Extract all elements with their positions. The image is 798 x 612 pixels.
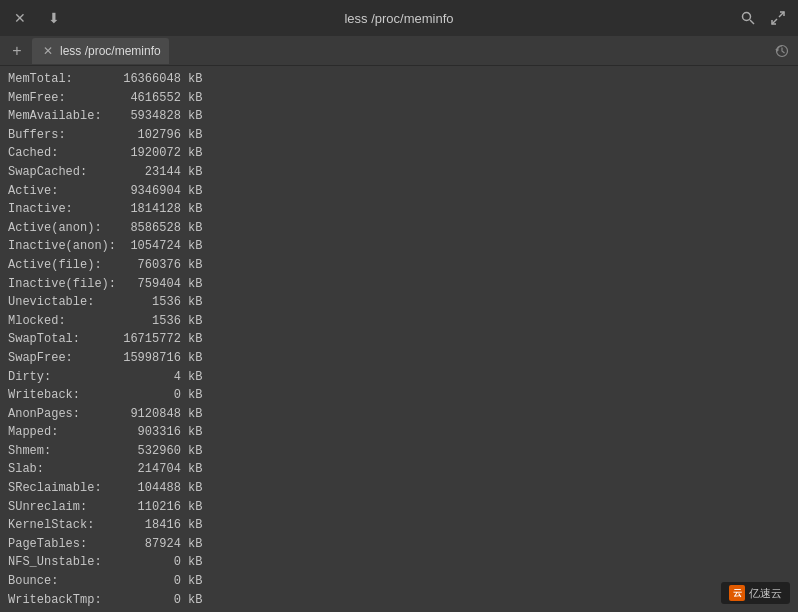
tab-label: less /proc/meminfo [60,44,161,58]
history-button[interactable] [772,41,792,61]
new-tab-button[interactable]: + [6,40,28,62]
tab-bar: + ✕ less /proc/meminfo [0,36,798,66]
tab-item[interactable]: ✕ less /proc/meminfo [32,38,169,64]
close-button[interactable]: ✕ [10,8,30,28]
svg-point-0 [743,13,751,21]
title-bar-right [738,8,788,28]
tab-close-button[interactable]: ✕ [40,43,56,59]
title-bar-left: ✕ ⬇ [10,8,64,28]
download-button[interactable]: ⬇ [44,8,64,28]
meminfo-display: MemTotal: 16366048 kB MemFree: 4616552 k… [8,70,790,612]
search-button[interactable] [738,8,758,28]
watermark-text: 亿速云 [749,586,782,601]
title-bar: ✕ ⬇ less /proc/meminfo [0,0,798,36]
tab-bar-right [772,41,792,61]
content-area: MemTotal: 16366048 kB MemFree: 4616552 k… [0,66,798,612]
window-title: less /proc/meminfo [344,11,453,26]
svg-line-1 [750,20,754,24]
maximize-button[interactable] [768,8,788,28]
watermark: 云 亿速云 [721,582,790,604]
watermark-logo: 云 [729,585,745,601]
